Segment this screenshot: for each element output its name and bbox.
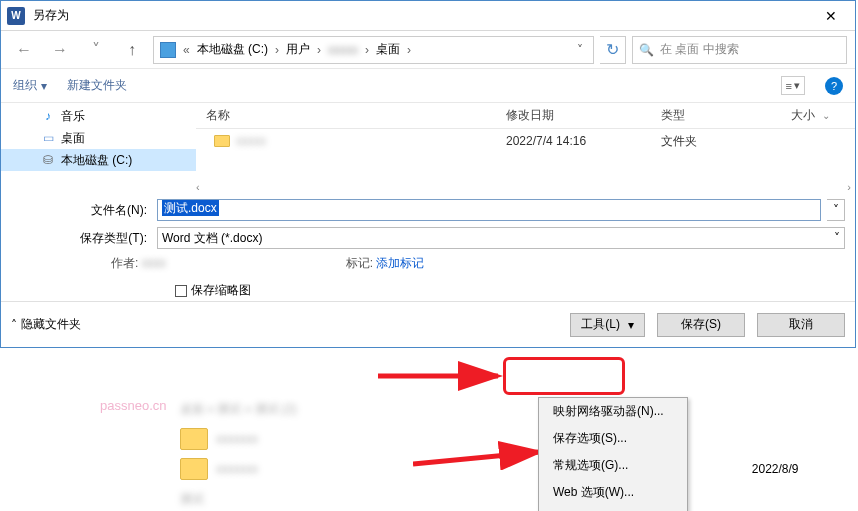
music-icon: ♪: [41, 109, 55, 123]
scroll-left-button[interactable]: ‹: [196, 181, 200, 193]
scroll-right-button[interactable]: ›: [847, 181, 851, 193]
filetype-value: Word 文档 (*.docx): [162, 230, 262, 247]
tools-menu: 映射网络驱动器(N)... 保存选项(S)... 常规选项(G)... Web …: [538, 397, 688, 511]
breadcrumb-item[interactable]: 用户: [284, 41, 312, 58]
author-label: 作者:: [111, 256, 138, 270]
word-icon: W: [7, 7, 25, 25]
sidebar: ♪ 音乐 ▭ 桌面 ⛁ 本地磁盘 (C:): [1, 103, 196, 193]
column-name[interactable]: 名称: [196, 103, 496, 128]
titlebar: W 另存为 ✕: [1, 1, 855, 31]
metadata-row: 作者: xxxx 标记: 添加标记: [11, 255, 845, 272]
breadcrumb-root-sep: «: [180, 43, 193, 57]
search-icon: 🔍: [639, 43, 654, 57]
caret-up-icon: ˄: [11, 318, 17, 332]
file-list-area: 名称 修改日期 类型 大小 ⌄ xxxxx 2022/7/4 14:16 文件夹…: [196, 103, 855, 193]
filename-value: 测试.docx: [162, 200, 219, 216]
desktop-icon: ▭: [41, 131, 55, 145]
filetype-select[interactable]: Word 文档 (*.docx) ˅: [157, 227, 845, 249]
background-explorer: passneo.cn 桌面 » 测试 » 测试 (2) xxxxxxx xxxx…: [0, 396, 858, 511]
view-mode-button[interactable]: ≡ ▾: [781, 76, 805, 95]
sidebar-item-music[interactable]: ♪ 音乐: [1, 105, 196, 127]
menu-item-general-options[interactable]: 常规选项(G)...: [539, 452, 687, 479]
column-size[interactable]: 大小 ⌄: [781, 103, 855, 128]
folder-icon: [214, 135, 230, 147]
dropdown-icon: ▾: [41, 79, 47, 93]
help-button[interactable]: ?: [825, 77, 843, 95]
search-placeholder: 在 桌面 中搜索: [660, 41, 739, 58]
organize-button[interactable]: 组织 ▾: [13, 77, 47, 94]
dropdown-icon: ˅: [834, 231, 840, 245]
filename-dropdown[interactable]: ˅: [827, 199, 845, 221]
forward-button[interactable]: →: [45, 36, 75, 64]
filetype-label: 保存类型(T):: [11, 230, 151, 247]
save-as-dialog: W 另存为 ✕ ← → ˅ ↑ « 本地磁盘 (C:) › 用户 › xxxxx…: [0, 0, 856, 348]
nav-row: ← → ˅ ↑ « 本地磁盘 (C:) › 用户 › xxxxx › 桌面 › …: [1, 31, 855, 69]
search-input[interactable]: 🔍 在 桌面 中搜索: [632, 36, 847, 64]
main-area: ♪ 音乐 ▭ 桌面 ⛁ 本地磁盘 (C:) 名称 修改日期 类型 大小 ⌄: [1, 103, 855, 193]
highlight-tools-button: [503, 357, 625, 395]
recent-dropdown[interactable]: ˅: [81, 36, 111, 64]
author-value-redacted[interactable]: xxxx: [142, 256, 166, 270]
background-date: 2022/8/9: [752, 462, 858, 476]
sidebar-item-local-disk[interactable]: ⛁ 本地磁盘 (C:): [1, 149, 196, 171]
tag-label: 标记:: [346, 256, 373, 270]
tools-button[interactable]: 工具(L) ▾: [570, 313, 645, 337]
save-fields: 文件名(N): 测试.docx ˅ 保存类型(T): Word 文档 (*.do…: [1, 193, 855, 301]
arrow-icon: [378, 361, 513, 391]
folder-icon: [180, 428, 208, 450]
refresh-button[interactable]: ↻: [600, 36, 626, 64]
filename-label: 文件名(N):: [11, 202, 151, 219]
menu-item-map-drive[interactable]: 映射网络驱动器(N)...: [539, 398, 687, 425]
file-type: 文件夹: [651, 133, 781, 150]
breadcrumb-dropdown[interactable]: ˅: [571, 43, 589, 57]
menu-item-save-options[interactable]: 保存选项(S)...: [539, 425, 687, 452]
new-folder-button[interactable]: 新建文件夹: [67, 77, 127, 94]
file-row[interactable]: xxxxx 2022/7/4 14:16 文件夹: [196, 129, 855, 153]
disk-icon: ⛁: [41, 153, 55, 167]
back-button[interactable]: ←: [9, 36, 39, 64]
column-date[interactable]: 修改日期: [496, 103, 651, 128]
thumbnail-label: 保存缩略图: [191, 282, 251, 299]
chevron-right-icon: ›: [314, 43, 324, 57]
menu-item-compress-pictures[interactable]: 压缩图片(P)...: [539, 506, 687, 511]
breadcrumb-item[interactable]: 桌面: [374, 41, 402, 58]
chevron-right-icon: ›: [404, 43, 414, 57]
toolbar: 组织 ▾ 新建文件夹 ≡ ▾ ?: [1, 69, 855, 103]
folder-icon: [180, 458, 208, 480]
breadcrumb-bar[interactable]: « 本地磁盘 (C:) › 用户 › xxxxx › 桌面 › ˅: [153, 36, 594, 64]
cancel-button[interactable]: 取消: [757, 313, 845, 337]
drive-icon: [160, 42, 176, 58]
breadcrumb-item[interactable]: 本地磁盘 (C:): [195, 41, 270, 58]
up-button[interactable]: ↑: [117, 36, 147, 64]
sidebar-item-desktop[interactable]: ▭ 桌面: [1, 127, 196, 149]
window-title: 另存为: [33, 7, 811, 24]
background-breadcrumb: 桌面 » 测试 » 测试 (2): [180, 401, 600, 418]
dialog-footer: ˄ 隐藏文件夹 工具(L) ▾ 保存(S) 取消: [1, 301, 855, 347]
thumbnail-checkbox[interactable]: [175, 285, 187, 297]
close-button[interactable]: ✕: [811, 8, 851, 24]
tag-value[interactable]: 添加标记: [376, 256, 424, 270]
column-type[interactable]: 类型: [651, 103, 781, 128]
chevron-right-icon: ›: [272, 43, 282, 57]
chevron-right-icon: ›: [362, 43, 372, 57]
file-date: 2022/7/4 14:16: [496, 134, 651, 148]
filename-input[interactable]: 测试.docx: [157, 199, 821, 221]
dropdown-icon: ▾: [628, 318, 634, 332]
breadcrumb-item-redacted[interactable]: xxxxx: [326, 43, 360, 57]
file-name-redacted: xxxxx: [236, 134, 266, 148]
thumbnail-row: 保存缩略图: [11, 282, 845, 299]
save-button[interactable]: 保存(S): [657, 313, 745, 337]
column-headers: 名称 修改日期 类型 大小 ⌄: [196, 103, 855, 129]
hide-folders-toggle[interactable]: ˄ 隐藏文件夹: [11, 316, 81, 333]
menu-item-web-options[interactable]: Web 选项(W)...: [539, 479, 687, 506]
watermark-text: passneo.cn: [100, 398, 167, 413]
